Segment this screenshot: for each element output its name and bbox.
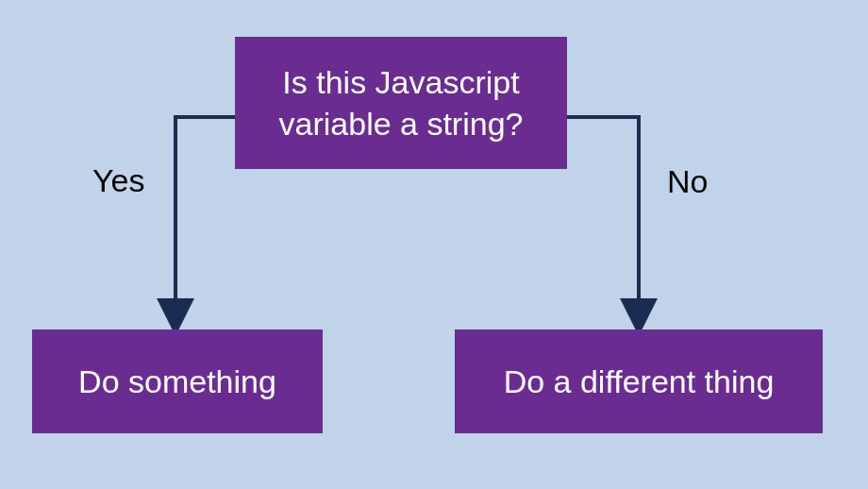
yes-action-box: Do something [32,329,323,433]
decision-box: Is this Javascript variable a string? [235,37,567,169]
yes-label: Yes [92,162,144,199]
yes-connector [175,117,235,321]
no-action-box: Do a different thing [455,329,823,433]
yes-action-text: Do something [78,361,276,402]
no-label: No [667,163,708,200]
no-connector [567,117,639,321]
decision-text: Is this Javascript variable a string? [254,61,548,144]
no-action-text: Do a different thing [504,361,775,402]
